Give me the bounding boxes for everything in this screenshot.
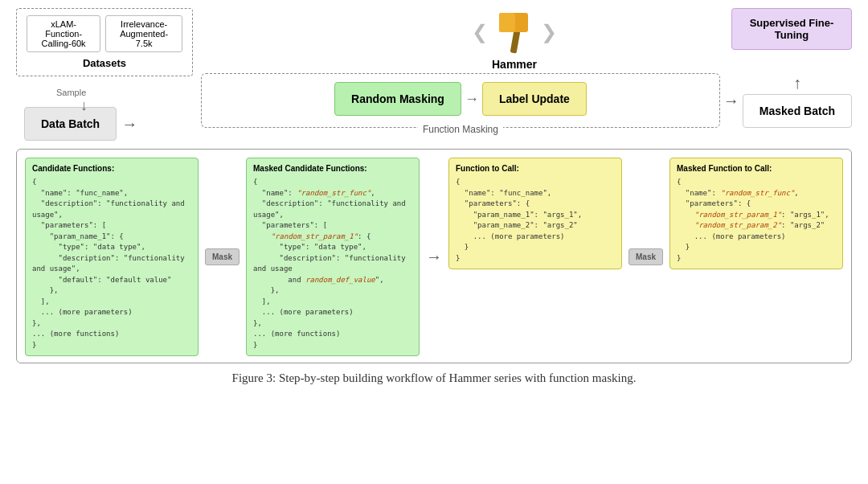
- sft-box: Supervised Fine-Tuning: [731, 8, 852, 50]
- mask-label-1: Mask: [205, 248, 240, 265]
- masked-candidate-functions-box: Masked Candidate Functions: { "name": "r…: [246, 158, 420, 356]
- dataset-item-2: Irrelevance-Augmented-7.5k: [105, 15, 182, 52]
- chevron-right-icon: ❯: [541, 21, 557, 43]
- diagram-container: xLAM-Function-Calling-60k Irrelevance-Au…: [16, 8, 852, 385]
- pipeline-wrapper: Random Masking → Label Update Function M…: [201, 73, 720, 128]
- detail-section: Candidate Functions: { "name": "func_nam…: [16, 149, 852, 363]
- arrow-2: →: [720, 92, 743, 110]
- function-call-title: Function to Call:: [456, 163, 615, 174]
- masked-function-call-code: { "name": "random_str_func", "parameters…: [677, 177, 836, 264]
- label-update-box: Label Update: [482, 82, 587, 116]
- function-masking-label: Function Masking: [418, 124, 503, 135]
- datasets-box: xLAM-Function-Calling-60k Irrelevance-Au…: [16, 8, 193, 76]
- figure-caption: Figure 3: Step-by-step building workflow…: [16, 371, 852, 385]
- random-masking-box: Random Masking: [334, 82, 461, 116]
- candidate-functions-box: Candidate Functions: { "name": "func_nam…: [25, 158, 199, 356]
- middle-row: Sample ↓ Random Masking → Label Update F…: [16, 73, 852, 128]
- masked-batch-area: ↑ Masked Batch: [743, 74, 852, 128]
- sft-section: Supervised Fine-Tuning: [731, 8, 852, 50]
- candidate-code: { "name": "func_name", "description": "f…: [32, 177, 191, 351]
- pipeline-row: Random Masking → Label Update: [334, 82, 587, 116]
- masked-candidate-code: { "name": "random_str_func", "descriptio…: [253, 177, 412, 351]
- masked-batch-box: Masked Batch: [743, 94, 852, 128]
- sample-label: Sample: [56, 88, 86, 97]
- svg-rect-0: [510, 31, 521, 54]
- function-call-box: Function to Call: { "name": "func_name",…: [448, 158, 622, 269]
- hammer-with-chevrons: ❮ ❯: [472, 8, 557, 56]
- dataset-item-1: xLAM-Function-Calling-60k: [27, 15, 100, 52]
- candidate-title: Candidate Functions:: [32, 163, 191, 174]
- function-call-code: { "name": "func_name", "parameters": { "…: [456, 177, 615, 264]
- arrow-between-sections: →: [424, 248, 444, 266]
- sample-area: Sample ↓: [16, 88, 201, 114]
- datasets-inner: xLAM-Function-Calling-60k Irrelevance-Au…: [27, 15, 182, 52]
- top-row: xLAM-Function-Calling-60k Irrelevance-Au…: [16, 8, 852, 76]
- hammer-icon: [493, 8, 536, 56]
- chevron-left-icon: ❮: [472, 21, 488, 43]
- masked-candidate-title: Masked Candidate Functions:: [253, 163, 412, 174]
- svg-rect-2: [499, 13, 515, 32]
- function-masking-border: Random Masking → Label Update Function M…: [201, 73, 720, 128]
- hammer-label: Hammer: [492, 58, 537, 71]
- masked-function-call-title: Masked Function to Call:: [677, 163, 836, 174]
- mask-label-2: Mask: [628, 248, 663, 265]
- down-arrow-icon: ↓: [80, 97, 88, 114]
- hammer-area: ❮ ❯ Hammer: [297, 8, 731, 71]
- masked-function-call-box: Masked Function to Call: { "name": "rand…: [669, 158, 843, 269]
- arrow-1: →: [461, 91, 482, 108]
- mask-button-2[interactable]: Mask: [627, 248, 665, 265]
- datasets-area: xLAM-Function-Calling-60k Irrelevance-Au…: [16, 8, 193, 76]
- mask-button-1[interactable]: Mask: [203, 248, 241, 265]
- up-arrow-icon: ↑: [793, 74, 801, 92]
- datasets-title: Datasets: [83, 57, 126, 69]
